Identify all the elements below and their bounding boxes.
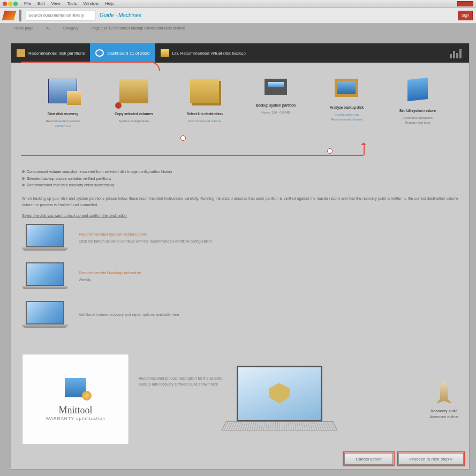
item-desc: Click the button below to continue with … — [79, 239, 212, 245]
tab-label: Dashboard 11 of 2020 — [107, 51, 149, 56]
bullet-icon — [22, 184, 25, 186]
menu-view[interactable]: View — [51, 1, 61, 6]
minimize-icon[interactable] — [8, 2, 12, 6]
sign-button[interactable]: Sign — [458, 11, 473, 20]
window-controls[interactable] — [3, 2, 18, 6]
step-sub: Recommended volume — [175, 119, 234, 124]
list-item: Additional volume recovery and repair op… — [22, 301, 458, 329]
close-icon[interactable] — [3, 2, 7, 6]
crumb[interactable]: Category — [63, 26, 78, 30]
tab-partitions[interactable]: Recommended disk partitions — [11, 43, 90, 63]
checkpoint-icon — [327, 148, 333, 154]
step-5[interactable]: Analyze backup disk Configuration set Re… — [317, 79, 376, 159]
disk-recovery-icon — [48, 79, 77, 103]
hero-laptop-icon — [226, 366, 333, 433]
step-title: Backup system partition — [246, 103, 305, 107]
annotation-arrow — [21, 155, 364, 156]
step-title: Select link destination — [175, 112, 234, 116]
product-name: Mnittool — [58, 405, 92, 416]
dashboard-icon — [95, 49, 104, 57]
laptop-icon — [22, 224, 68, 252]
copy-volumes-icon — [119, 79, 148, 103]
tab-label: Lib. Recommended virtual disk backup — [172, 51, 246, 56]
product-row: Mnittool WARRANTY optimization Recovery … — [22, 354, 458, 444]
tab-dashboard[interactable]: Dashboard 11 of 2020 — [90, 43, 155, 63]
analyze-icon — [335, 79, 358, 97]
product-blurb: Recommended product description for the … — [139, 375, 230, 387]
device-list: Recommended system restore pointClick th… — [11, 221, 469, 343]
search-input[interactable] — [26, 11, 95, 20]
item-title[interactable]: Recommended system restore point — [79, 232, 212, 237]
instruction-link[interactable]: Select the disk you want to back up and … — [22, 214, 127, 218]
list-item: Recommended backup scheduleWeekly — [22, 262, 458, 290]
books-icon — [17, 49, 25, 57]
step-1[interactable]: Start disk recovery Recommended process … — [33, 79, 92, 159]
toolbar: Guide · Machines Sign — [0, 7, 476, 24]
edit-icon[interactable] — [19, 10, 21, 21]
step-sub: Notes: 126 · 0.8 MB — [246, 110, 305, 115]
step-sub: Registry and boot — [388, 120, 447, 125]
item-desc: Additional volume recovery and repair op… — [79, 312, 179, 318]
product-tagline: WARRANTY optimization — [46, 416, 105, 421]
item-title[interactable]: Recommended backup schedule — [79, 270, 141, 275]
restore-icon — [407, 78, 428, 101]
step-2[interactable]: Copy selected volumes System configurati… — [104, 79, 163, 159]
tab-backup[interactable]: Lib. Recommended virtual disk backup — [155, 43, 251, 63]
step-sub: version 3.2 — [33, 124, 92, 129]
step-title: Start disk recovery — [33, 112, 92, 116]
crumb[interactable]: All — [46, 26, 50, 30]
rocket-icon — [434, 380, 454, 404]
step-title: Set full system restore — [388, 109, 447, 112]
menu-edit[interactable]: Edit — [37, 1, 45, 6]
breadcrumb: Home page All Category Page 1 of 12 enha… — [0, 24, 476, 32]
page-title: Guide · Machines — [100, 12, 141, 18]
laptop-icon — [22, 262, 68, 290]
side-desc: Advanced edition — [429, 415, 458, 419]
bullet-text: Compressed volume snapshot recovered fro… — [27, 169, 172, 176]
step-4[interactable]: Backup system partition Notes: 126 · 0.8… — [246, 79, 305, 159]
product-card[interactable]: Mnittool WARRANTY optimization — [22, 354, 129, 445]
bullet-icon — [22, 177, 25, 180]
step-sub: System configuration — [104, 119, 163, 124]
tab-label: Recommended disk partitions — [28, 51, 85, 56]
shield-icon — [269, 383, 290, 404]
side-product[interactable]: Recovery suite Advanced edition — [429, 380, 458, 419]
crumb[interactable]: Home page — [14, 26, 33, 30]
stats-icon[interactable] — [450, 48, 464, 58]
step-sub: Advanced operations — [388, 116, 447, 120]
step-3[interactable]: Select link destination Recommended volu… — [175, 79, 234, 159]
next-button[interactable]: Proceed to next step > — [398, 453, 464, 465]
step-6[interactable]: Set full system restore Advanced operati… — [388, 79, 447, 159]
menu-window[interactable]: Window — [84, 1, 99, 6]
step-sub: Configuration set — [317, 112, 376, 117]
menu-file[interactable]: File — [24, 1, 31, 6]
side-title: Recovery suite — [429, 409, 458, 413]
zoom-icon[interactable] — [13, 2, 18, 6]
feature-list: Compressed volume snapshot recovered fro… — [11, 164, 469, 193]
list-item: Recommended system restore pointClick th… — [22, 224, 458, 252]
menu-help[interactable]: Help — [105, 1, 114, 6]
item-desc: Weekly — [79, 277, 141, 283]
content-panel: Recommended disk partitions Dashboard 11… — [11, 43, 470, 470]
step-title: Analyze backup disk — [317, 105, 376, 109]
menu-bar: File Edit View Tools Window Help — [0, 0, 476, 7]
menu-tools[interactable]: Tools — [67, 1, 77, 6]
instruction-text: Select the disk you want to back up and … — [11, 210, 469, 221]
checkpoint-icon — [180, 135, 186, 141]
list-item: Recommended that data recovery finish su… — [22, 182, 458, 189]
description-text: When backing up your disk and system par… — [11, 193, 469, 210]
monitor-icon — [265, 79, 287, 95]
workflow-steps: Start disk recovery Recommended process … — [11, 63, 469, 164]
folder-icon — [161, 49, 169, 57]
bullet-text: Recommended that data recovery finish su… — [27, 182, 114, 189]
library-icon[interactable] — [2, 11, 17, 20]
annotation-arrow — [21, 62, 160, 71]
step-sub: Recommended process — [33, 119, 92, 124]
package-icon — [190, 79, 219, 103]
cancel-button[interactable]: Cancel action — [344, 453, 392, 465]
bullet-text: Selected backup source contains verified… — [27, 176, 111, 183]
laptop-icon — [22, 301, 68, 329]
titlebar-close-button[interactable] — [457, 1, 473, 6]
bullet-icon — [22, 170, 25, 173]
step-title: Copy selected volumes — [104, 112, 163, 116]
